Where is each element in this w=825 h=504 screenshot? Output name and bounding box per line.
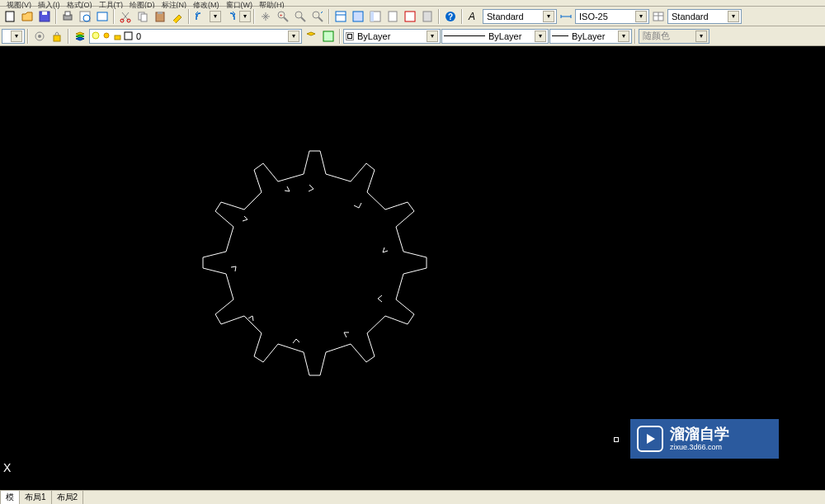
table-style-icon[interactable] (650, 8, 667, 25)
linetype-dropdown[interactable]: ByLayer ▾ (441, 29, 549, 44)
redo-button[interactable] (222, 8, 238, 25)
tool-palettes-button[interactable] (367, 8, 384, 25)
separator (55, 9, 57, 24)
play-icon (637, 426, 663, 452)
menu-modify[interactable]: 修改(M) (190, 0, 223, 6)
publish-button[interactable] (94, 8, 111, 25)
svg-text:?: ? (448, 12, 453, 21)
svg-rect-11 (141, 14, 147, 21)
color-swatch-icon (124, 31, 133, 40)
dim-style-value: ISO-25 (578, 12, 610, 21)
layer-states-button[interactable] (320, 28, 337, 45)
menu-bar: 视图(V) 插入(I) 格式(O) 工具(T) 绘图(D) 标注(N) 修改(M… (0, 0, 825, 7)
redo-dropdown-arrow[interactable]: ▾ (239, 11, 251, 22)
menu-help[interactable]: 帮助(H) (256, 0, 288, 6)
text-style-dropdown[interactable]: Standard ▾ (483, 9, 557, 24)
dropdown-arrow-icon: ▾ (635, 11, 647, 22)
separator (253, 9, 255, 24)
layer-dropdown[interactable]: 0 ▾ (89, 29, 302, 44)
svg-rect-20 (353, 12, 363, 21)
svg-rect-18 (336, 12, 346, 21)
tab-layout2[interactable]: 布局2 (51, 490, 84, 504)
watermark-url: zixue.3d66.com (670, 443, 729, 452)
menu-tools[interactable]: 工具(T) (96, 0, 127, 6)
svg-rect-23 (389, 12, 397, 21)
table-style-dropdown[interactable]: Standard ▾ (667, 9, 742, 24)
color-swatch-icon (346, 32, 354, 40)
svg-text:A: A (468, 11, 475, 22)
menu-format[interactable]: 格式(O) (64, 0, 96, 6)
svg-rect-2 (42, 12, 47, 15)
dim-style-icon[interactable] (558, 8, 574, 25)
svg-rect-24 (405, 12, 415, 21)
separator (328, 9, 330, 24)
linetype-sample-icon (444, 35, 485, 36)
svg-rect-13 (158, 12, 163, 14)
calculator-button[interactable] (419, 8, 436, 25)
dropdown-arrow-icon: ▾ (427, 31, 438, 42)
menu-draw[interactable]: 绘图(D) (126, 0, 158, 6)
menu-view[interactable]: 视图(V) (3, 0, 35, 6)
lightbulb-icon (92, 31, 101, 40)
menu-dim[interactable]: 标注(N) (158, 0, 191, 6)
menu-insert[interactable]: 插入(I) (35, 0, 64, 6)
help-button[interactable]: ? (442, 8, 459, 25)
match-properties-button[interactable] (169, 8, 186, 25)
separator (461, 9, 463, 24)
undo-dropdown-arrow[interactable]: ▾ (210, 11, 221, 22)
print-button[interactable] (59, 8, 76, 25)
lineweight-dropdown[interactable]: ByLayer ▾ (549, 29, 632, 44)
text-style-value: Standard (485, 12, 526, 21)
svg-rect-7 (97, 12, 107, 21)
layout-tabs-bar: 模 布局1 布局2 (0, 490, 825, 504)
gear-drawing (190, 144, 429, 383)
layer-name: 0 (134, 31, 143, 41)
svg-rect-25 (423, 12, 431, 21)
color-dropdown[interactable]: ByLayer ▾ (343, 29, 441, 44)
svg-rect-38 (125, 32, 132, 40)
sheet-set-button[interactable] (384, 8, 401, 25)
zoom-realtime-button[interactable]: + (275, 8, 291, 25)
text-style-icon[interactable]: A (465, 8, 482, 25)
workspace-settings-button[interactable] (31, 28, 48, 45)
layer-previous-button[interactable] (303, 28, 319, 45)
svg-point-16 (295, 12, 302, 18)
svg-rect-0 (6, 12, 14, 21)
separator (634, 29, 636, 44)
paste-button[interactable] (152, 8, 168, 25)
toolbar-standard: ▾ ▾ + ? A Standard ▾ ISO-25 ▾ Standard ▾ (0, 7, 825, 26)
layer-manager-button[interactable] (72, 28, 88, 45)
markup-button[interactable] (402, 8, 418, 25)
dim-style-dropdown[interactable]: ISO-25 ▾ (575, 9, 649, 24)
linetype-value: ByLayer (487, 31, 523, 41)
menu-window[interactable]: 窗口(W) (223, 0, 257, 6)
svg-rect-5 (80, 12, 90, 21)
svg-point-33 (38, 35, 41, 38)
svg-point-35 (92, 32, 99, 39)
undo-button[interactable] (192, 8, 209, 25)
tab-layout1[interactable]: 布局1 (19, 490, 52, 504)
plot-preview-button[interactable] (77, 8, 93, 25)
workspace-dropdown[interactable]: ▾ (2, 29, 25, 44)
drawing-canvas[interactable]: X 溜溜自学 zixue.3d66.com (0, 46, 825, 495)
tab-model[interactable]: 模 (0, 490, 20, 504)
zoom-previous-button[interactable] (309, 8, 326, 25)
plotstyle-dropdown[interactable]: 随颜色 ▾ (639, 29, 710, 44)
separator (339, 29, 341, 44)
cut-button[interactable] (117, 8, 134, 25)
new-file-button[interactable] (2, 8, 18, 25)
design-center-button[interactable] (350, 8, 366, 25)
save-button[interactable] (36, 8, 53, 25)
pan-button[interactable] (257, 8, 274, 25)
plotstyle-value: 随颜色 (641, 30, 672, 42)
workspace-lock-button[interactable] (49, 28, 65, 45)
copy-button[interactable] (134, 8, 151, 25)
sun-icon (102, 31, 111, 40)
color-value: ByLayer (356, 31, 392, 41)
lock-icon (113, 31, 122, 40)
open-file-button[interactable] (19, 8, 35, 25)
dropdown-arrow-icon: ▾ (543, 11, 554, 22)
watermark: 溜溜自学 zixue.3d66.com (630, 419, 779, 459)
zoom-window-button[interactable] (292, 8, 309, 25)
properties-button[interactable] (332, 8, 349, 25)
